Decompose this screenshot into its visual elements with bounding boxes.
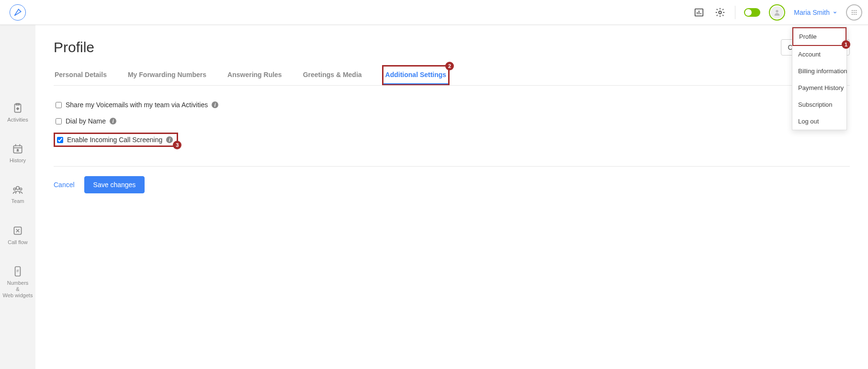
setting-label: Share my Voicemails with my team via Act… <box>66 101 208 109</box>
info-icon[interactable]: i <box>166 136 173 143</box>
svg-point-14 <box>856 13 857 14</box>
sidebar-label: Numbers & Web widgets <box>3 280 33 299</box>
setting-enable-incoming-call-screening[interactable]: Enable Incoming Call Screeningi3 <box>54 133 178 147</box>
tab-greetings-media[interactable]: Greetings & Media <box>302 65 363 85</box>
save-button[interactable]: Save changes <box>84 176 145 193</box>
dropdown-item-log-out[interactable]: Log out <box>792 113 846 130</box>
topbar: Maria Smith <box>0 0 868 25</box>
info-icon[interactable]: i <box>110 118 116 124</box>
svg-point-13 <box>854 13 855 14</box>
tabs: Personal DetailsMy Forwarding NumbersAns… <box>54 65 850 86</box>
svg-point-20 <box>17 149 19 151</box>
svg-point-23 <box>20 188 22 190</box>
gear-icon[interactable] <box>714 6 726 19</box>
sidebar-item-call-flow[interactable]: Call flow <box>8 224 28 246</box>
annotation-badge: 2 <box>445 62 454 70</box>
setting-dial-by-name[interactable]: Dial by Namei <box>54 116 850 126</box>
avatar[interactable] <box>769 4 785 21</box>
dialpad-icon[interactable] <box>846 4 862 21</box>
tab-answering-rules[interactable]: Answering Rules <box>226 65 283 85</box>
bar-chart-icon[interactable] <box>693 6 705 19</box>
svg-text:#: # <box>17 268 19 273</box>
dropdown-item-payment-history[interactable]: Payment History <box>792 79 846 96</box>
username-label: Maria Smith <box>794 9 830 16</box>
setting-checkbox[interactable] <box>57 137 63 143</box>
svg-point-4 <box>719 11 722 14</box>
tab-additional-settings[interactable]: Additional Settings2 <box>382 65 450 85</box>
svg-point-11 <box>856 11 857 12</box>
svg-point-8 <box>856 10 857 11</box>
separator <box>735 6 735 19</box>
sidebar-item-team[interactable]: Team <box>11 183 24 204</box>
setting-share-my-voicemails-with-my-team-via-activities[interactable]: Share my Voicemails with my team via Act… <box>54 100 850 110</box>
sidebar-label: Team <box>11 198 24 204</box>
sidebar-icon <box>11 183 24 196</box>
sidebar-icon <box>11 142 24 156</box>
svg-point-12 <box>852 13 853 14</box>
sidebar-item-history[interactable]: History <box>10 142 26 164</box>
sidebar-item-numbers[interactable]: #Numbers & Web widgets <box>3 265 33 299</box>
tab-my-forwarding-numbers[interactable]: My Forwarding Numbers <box>127 65 207 85</box>
chevron-down-icon <box>833 10 837 15</box>
svg-point-10 <box>854 11 855 12</box>
sidebar: ActivitiesHistoryTeamCall flow#Numbers &… <box>0 25 35 369</box>
svg-point-7 <box>854 10 855 11</box>
annotation-badge: 1 <box>842 40 850 49</box>
actions-row: Cancel Save changes <box>54 166 850 193</box>
setting-checkbox[interactable] <box>56 118 62 124</box>
sidebar-label: Activities <box>7 117 28 123</box>
sidebar-icon <box>11 224 24 237</box>
topbar-right: Maria Smith <box>693 4 868 21</box>
tab-personal-details[interactable]: Personal Details <box>54 65 108 85</box>
info-icon[interactable]: i <box>212 101 218 108</box>
svg-point-5 <box>776 10 778 12</box>
user-dropdown: Profile1AccountBilling informationPaymen… <box>792 27 847 130</box>
page-title: Profile <box>54 39 94 56</box>
annotation-badge: 3 <box>173 141 181 149</box>
dropdown-item-subscription[interactable]: Subscription <box>792 96 846 113</box>
setting-label: Enable Incoming Call Screening <box>67 136 162 144</box>
dropdown-item-profile[interactable]: Profile1 <box>792 27 846 46</box>
settings-list: Share my Voicemails with my team via Act… <box>54 100 850 147</box>
svg-point-21 <box>16 187 20 190</box>
dropdown-item-account[interactable]: Account <box>792 46 846 63</box>
svg-point-6 <box>852 10 853 11</box>
page-header: Profile Change Password <box>54 39 850 56</box>
app-logo[interactable] <box>10 4 26 21</box>
sidebar-item-activities[interactable]: Activities <box>7 101 28 123</box>
dropdown-item-billing-information[interactable]: Billing information <box>792 63 846 79</box>
svg-point-9 <box>852 11 853 12</box>
cancel-button[interactable]: Cancel <box>54 181 75 189</box>
sidebar-icon: # <box>11 265 24 278</box>
user-menu-trigger[interactable]: Maria Smith <box>794 9 837 16</box>
setting-label: Dial by Name <box>66 117 106 125</box>
logo-wrap <box>0 0 35 25</box>
sidebar-label: Call flow <box>8 239 28 246</box>
svg-point-22 <box>13 188 15 190</box>
availability-toggle[interactable] <box>744 8 760 17</box>
sidebar-icon <box>11 101 24 115</box>
setting-checkbox[interactable] <box>56 102 62 108</box>
main-content: Profile Change Password Personal Details… <box>35 25 868 369</box>
sidebar-label: History <box>10 157 26 164</box>
